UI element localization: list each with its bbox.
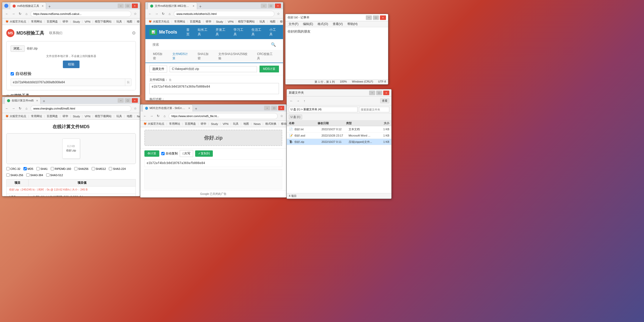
menu-edit[interactable]: 编辑(E) [301, 21, 315, 27]
bm-baidu-strerr[interactable]: 百度网盘 [184, 122, 197, 126]
minimize-btn-metools[interactable]: － [261, 4, 267, 8]
bookmark-model[interactable]: 模型下载网站 [94, 19, 113, 24]
cb-md5[interactable]: MD5 [23, 167, 33, 170]
cb-sha3-256[interactable]: SHA3-256 [6, 173, 23, 177]
close-btn-explorer[interactable]: × [383, 91, 389, 95]
cb-ripemd[interactable]: RIPEMD-160 [51, 167, 71, 170]
metools-result-area[interactable]: e1b72af4bdcb0d10767a369afb008e84 [149, 83, 279, 94]
bm-firefox-strerr[interactable]: 🦊 火狐官方站点 [142, 122, 165, 126]
bm-baidu-me[interactable]: 百度网盘 [189, 19, 202, 24]
tab-close-metools[interactable]: × [193, 4, 194, 8]
metools-nav-home[interactable]: 首页 [186, 28, 193, 37]
maximize-btn-explorer[interactable]: □ [376, 91, 382, 95]
explorer-forward-btn[interactable]: → [295, 98, 300, 103]
bookmark-toys[interactable]: 玩具 [115, 19, 123, 24]
bm-map-calc[interactable]: 地图 [126, 114, 133, 118]
bookmark-study-md5[interactable]: Study [72, 20, 81, 23]
bm-baidu-calc[interactable]: 百度网盘 [46, 114, 59, 118]
forward-btn-metools[interactable]: → [154, 11, 159, 16]
bookmark-map[interactable]: 地图 [126, 19, 133, 24]
back-btn-md5calc[interactable]: ← [4, 106, 9, 111]
new-tab-btn-metools[interactable]: + [197, 4, 203, 9]
tab-close-md5[interactable]: × [42, 4, 43, 8]
md5-result-input[interactable] [11, 79, 125, 86]
cb-sha1[interactable]: SHA1 [36, 167, 48, 170]
close-btn-metools[interactable]: × [275, 4, 281, 8]
new-tab-btn-strerr[interactable]: + [193, 106, 199, 112]
metools-nav-life[interactable]: 生活工具 [251, 28, 264, 37]
bm-firefox-me[interactable]: 🦊 火狐官方站点 [147, 19, 170, 24]
new-tab-btn-md5calc[interactable]: + [41, 98, 47, 104]
bookmark-yanhua[interactable]: 研华 [62, 19, 69, 24]
home-btn-strerr[interactable]: ⌂ [162, 114, 167, 119]
bookmark-btn-md5[interactable]: ☆ [133, 11, 138, 16]
explorer-drive-btn[interactable]: U 盘 (I:) [289, 115, 302, 119]
minimize-btn-md5calc[interactable]: － [118, 98, 124, 103]
close-btn-md5calc[interactable]: × [132, 98, 138, 103]
menu-file[interactable]: 文件(F) [287, 21, 300, 27]
file-row-asd[interactable]: 📝 你好.asd 2022/10/26 23:17 Microsoft Word… [287, 132, 391, 139]
bm-news-calc[interactable]: News [136, 115, 140, 118]
strerr-copy-btn[interactable]: ✓复制到 [195, 150, 213, 157]
bm-model-calc[interactable]: 模型下载网站 [94, 114, 113, 118]
tab-md5-verify[interactable]: md5在线验证工具 × [10, 2, 46, 9]
bookmark-firefox[interactable]: 🦊 火狐官方站点 [4, 19, 27, 24]
maximize-btn-md5[interactable]: □ [125, 4, 131, 8]
settings-icon-md5[interactable]: ⚙ [132, 30, 136, 36]
cb-sha3-224[interactable]: SHA3-224 [109, 167, 126, 170]
tab-strerr[interactable]: MD5文件在线计算 - StrErr.com × [142, 104, 193, 112]
cb-sha3-512[interactable]: SHA3-512 [46, 173, 63, 177]
forward-btn-strerr[interactable]: → [149, 114, 154, 119]
bm-format-strerr[interactable]: 格式转换 [264, 122, 277, 126]
tab-metools[interactable]: 文件md5在线计算-ME2在线工... × [147, 2, 197, 9]
address-input-metools[interactable] [174, 11, 274, 17]
bm-toys-calc[interactable]: 玩具 [115, 114, 123, 118]
tab-crc[interactable]: CRC校验工具 [253, 50, 279, 63]
metools-nav-dev[interactable]: 开发工具 [216, 28, 228, 37]
cb-sha256[interactable]: SHA256 [74, 167, 89, 170]
bm-vpn-strerr[interactable]: VPN [222, 122, 229, 126]
metools-nav-webmaster[interactable]: 站长工具 [198, 28, 211, 37]
close-btn-strerr[interactable]: × [278, 106, 284, 110]
metools-nav-study[interactable]: 学习工具 [234, 28, 246, 37]
tab-file-sha[interactable]: 文件SHA1/SHA256校验 [215, 50, 253, 63]
strerr-auto-copy[interactable]: 自动复制 [161, 151, 178, 156]
maximize-btn-md5calc[interactable]: □ [125, 98, 131, 103]
bm-yanhua-strerr[interactable]: 研华 [200, 122, 207, 126]
menu-format[interactable]: 格式(O) [316, 21, 330, 27]
explorer-view-btn[interactable]: 查看 [380, 98, 389, 103]
bookmark-btn-metools[interactable]: ☆ [276, 11, 281, 16]
refresh-btn-md5[interactable]: ↻ [17, 11, 22, 16]
tab-sha1[interactable]: SHA1加密 [194, 50, 215, 63]
cb-sha512[interactable]: SHA512 [92, 167, 106, 170]
cb-crc32[interactable]: CRC-32 [6, 167, 20, 170]
bm-yanhua-me[interactable]: 研华 [205, 19, 212, 24]
maximize-btn-metools[interactable]: □ [268, 4, 274, 8]
bm-common-me[interactable]: 常用网址 [173, 19, 186, 24]
bm-study-me[interactable]: Study [215, 20, 224, 23]
tab-close-strerr[interactable]: × [188, 106, 190, 110]
metools-copy-icon[interactable]: ⎘ [169, 78, 171, 82]
md5-copy-btn[interactable]: ⎘ [125, 79, 131, 86]
home-btn-metools[interactable]: ⌂ [167, 11, 172, 16]
bm-mobile-me[interactable]: 移动设备上的书签 [279, 19, 283, 24]
minimize-btn-md5[interactable]: － [118, 4, 124, 8]
bm-news-strerr[interactable]: News [253, 122, 262, 126]
bm-model-me[interactable]: 模型下载网站 [237, 19, 256, 24]
maximize-btn-strerr[interactable]: □ [271, 106, 277, 110]
file-row-zip[interactable]: 🗜 你好.zip 2022/10/27 0:11 压缩(zipped)文件...… [287, 139, 391, 145]
md5-contact[interactable]: 联系我们 [49, 31, 62, 35]
bookmark-common[interactable]: 常用网址 [30, 19, 43, 24]
bookmark-baidu[interactable]: 百度网盘 [46, 19, 59, 24]
close-btn-notepad[interactable]: × [380, 15, 386, 20]
strerr-calc-btn[interactable]: ♻计算 [144, 150, 159, 157]
explorer-path[interactable]: U 盘 (I:) > 新建文件夹 (4) [289, 107, 357, 112]
metools-nav-misc[interactable]: 小工具 [269, 28, 279, 37]
tab-close-md5calc[interactable]: × [36, 99, 38, 102]
home-btn-md5[interactable]: ⌂ [24, 11, 29, 16]
md5calc-dropzone[interactable]: 0.2 KB 你好.zip [6, 133, 136, 164]
metools-file-input[interactable] [170, 66, 257, 72]
menu-view[interactable]: 查看(V) [331, 21, 345, 27]
metools-select-file-btn[interactable]: 选择文件 [149, 66, 167, 72]
explorer-up-btn[interactable]: ↑ [302, 98, 307, 103]
